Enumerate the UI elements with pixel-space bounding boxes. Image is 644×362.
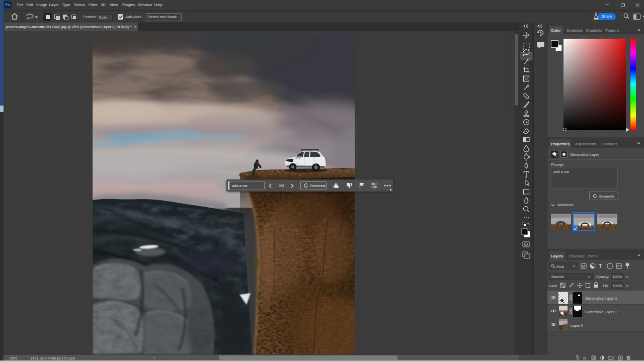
svg-text:fx: fx	[583, 356, 587, 360]
svg-text:M: M	[582, 264, 585, 268]
